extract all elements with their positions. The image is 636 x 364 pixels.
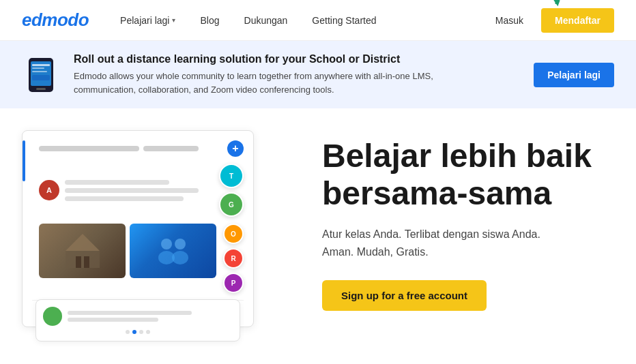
- svg-rect-9: [66, 251, 100, 268]
- mockup-card: + A T G: [22, 130, 254, 327]
- svg-point-13: [161, 239, 172, 249]
- mockup-accent-bar: [23, 140, 25, 181]
- mockup-post-header: A T G: [32, 164, 244, 217]
- mockup-bubble-5: P: [223, 273, 244, 293]
- svg-rect-4: [36, 88, 46, 90]
- mockup-header: +: [32, 140, 244, 157]
- mockup-bubble-2: G: [219, 192, 244, 217]
- mockup-image-2: [130, 224, 216, 278]
- mockup-side-bubbles: O R P: [220, 224, 244, 293]
- svg-rect-7: [32, 71, 47, 72]
- mockup-sub-lines: [68, 311, 233, 322]
- hero-subtitle: Atur kelas Anda. Terlibat dengan siswa A…: [322, 226, 614, 260]
- signup-button[interactable]: Sign up for a free account: [322, 280, 487, 311]
- banner-cta-button[interactable]: Pelajari lagi: [534, 63, 614, 87]
- banner-title: Roll out a distance learning solution fo…: [74, 53, 520, 65]
- mockup-bubble-1: T: [219, 164, 244, 188]
- nav-blog[interactable]: Blog: [190, 10, 229, 31]
- pagination-dot-1: [126, 330, 130, 334]
- banner-text: Roll out a distance learning solution fo…: [74, 53, 520, 96]
- mendaftar-wrapper: Mendaftar: [541, 8, 614, 33]
- nav-dukungan[interactable]: Dukungan: [235, 10, 298, 31]
- mockup-pagination-dots: [43, 330, 233, 334]
- main-nav: Pelajari lagi ▾ Blog Dukungan Getting St…: [111, 10, 483, 31]
- app-mockup: + A T G: [22, 130, 295, 321]
- banner-phone-icon: [22, 56, 60, 94]
- svg-point-14: [175, 239, 186, 249]
- hero-content: Belajar lebih baik bersama-sama Atur kel…: [322, 130, 614, 311]
- mockup-images: O R P: [32, 224, 244, 293]
- mendaftar-button[interactable]: Mendaftar: [541, 8, 614, 33]
- svg-rect-12: [84, 256, 89, 268]
- nav-right: Masuk Mendaftar: [483, 8, 614, 33]
- mockup-image-1: [39, 224, 126, 278]
- event-icon: [153, 230, 194, 271]
- museum-icon: [62, 230, 103, 271]
- chevron-down-icon: ▾: [172, 16, 175, 24]
- mockup-plus-button[interactable]: +: [227, 140, 244, 157]
- hero-title: Belajar lebih baik bersama-sama: [322, 137, 614, 212]
- svg-rect-8: [32, 75, 50, 80]
- svg-point-16: [172, 251, 188, 264]
- mockup-user-avatar: A: [39, 180, 59, 200]
- header: edmodo Pelajari lagi ▾ Blog Dukungan Get…: [0, 0, 636, 41]
- pagination-dot-2: [132, 330, 136, 334]
- mockup-bubble-4: R: [223, 248, 244, 269]
- pagination-dot-3: [139, 330, 143, 334]
- mockup-bubble-3: O: [223, 224, 244, 244]
- banner-description: Edmodo allows your whole community to le…: [74, 70, 456, 96]
- svg-marker-10: [66, 234, 100, 251]
- masuk-button[interactable]: Masuk: [483, 10, 536, 31]
- mockup-sub-card: [35, 299, 240, 342]
- logo[interactable]: edmodo: [22, 10, 89, 31]
- svg-rect-11: [76, 256, 81, 268]
- mockup-reaction-bubbles: T G: [219, 164, 244, 217]
- mockup-sub-row: [43, 307, 233, 326]
- pagination-dot-4: [146, 330, 150, 334]
- svg-rect-5: [32, 64, 50, 66]
- main-content: + A T G: [0, 108, 636, 335]
- nav-pelajari-lagi[interactable]: Pelajari lagi ▾: [111, 10, 185, 31]
- mockup-sub-avatar: [43, 307, 62, 326]
- svg-rect-6: [32, 67, 44, 69]
- nav-getting-started[interactable]: Getting Started: [302, 10, 386, 31]
- distance-learning-banner: Roll out a distance learning solution fo…: [0, 41, 636, 108]
- svg-marker-1: [553, 0, 560, 6]
